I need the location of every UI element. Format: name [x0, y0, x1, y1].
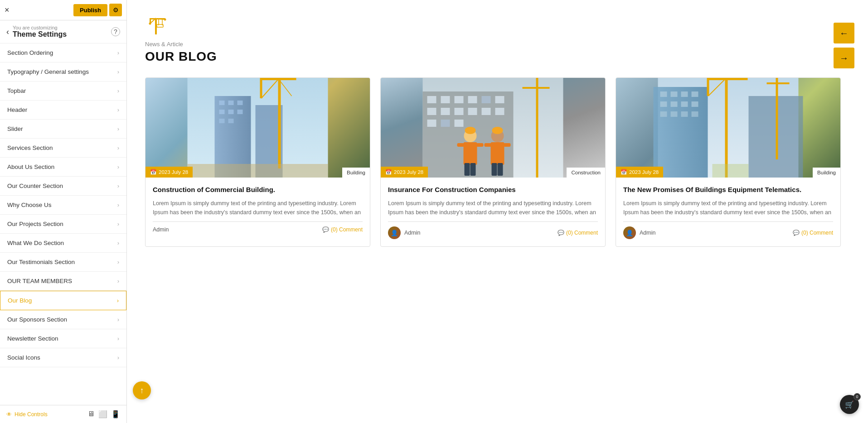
sidebar-nav: Section Ordering›Typography / General se…	[0, 43, 126, 405]
svg-rect-37	[455, 108, 464, 115]
nav-item-label: Our Testimonials Section	[7, 259, 75, 265]
comment-icon-1: 💬	[322, 226, 329, 233]
calendar-icon-2: 📅	[385, 169, 392, 175]
svg-point-45	[465, 127, 476, 134]
blog-header: News & Article OUR BLOG	[145, 14, 841, 64]
svg-rect-39	[482, 108, 491, 115]
svg-rect-41	[427, 120, 436, 127]
tablet-icon[interactable]: ⬜	[98, 410, 107, 418]
nav-item-label: Slider	[7, 125, 23, 132]
hide-controls-label: Hide Controls	[15, 411, 48, 418]
svg-rect-68	[671, 101, 678, 107]
cart-fab[interactable]: 🛒 0	[840, 395, 859, 414]
svg-rect-19	[219, 119, 225, 123]
nav-item-label: OUR TEAM MEMBERS	[7, 278, 72, 284]
blog-next-button[interactable]: →	[834, 48, 854, 68]
card-body-3: The New Promises Of Buildings Equipment …	[616, 178, 840, 246]
calendar-icon-3: 📅	[621, 169, 627, 175]
gear-button[interactable]: ⚙	[109, 4, 122, 16]
svg-rect-40	[495, 108, 504, 115]
back-button[interactable]: ‹	[6, 27, 9, 37]
card-meta-2: 📅 2023 July 28 Construction	[381, 167, 605, 178]
chevron-icon: ›	[117, 106, 119, 113]
customizing-label: You are customizing	[13, 25, 67, 30]
svg-rect-75	[725, 78, 728, 178]
sidebar-item-topbar[interactable]: Topbar›	[0, 82, 126, 101]
blog-subtitle: News & Article	[145, 41, 841, 48]
card-date-2: 📅 2023 July 28	[381, 167, 428, 178]
sidebar-item-section-ordering[interactable]: Section Ordering›	[0, 43, 126, 62]
nav-item-label: Services Section	[7, 144, 53, 151]
svg-rect-53	[491, 142, 504, 165]
sidebar-item-newsletter-section[interactable]: Newsletter Section›	[0, 329, 126, 348]
sidebar-item-slider[interactable]: Slider›	[0, 120, 126, 139]
svg-rect-32	[468, 96, 477, 103]
card-category-2: Construction	[567, 168, 605, 178]
blog-cards-row: 📅 2023 July 28 Building Construction of …	[145, 77, 841, 247]
chevron-icon: ›	[117, 144, 119, 151]
author-name-1: Admin	[153, 226, 169, 233]
hide-controls-button[interactable]: 👁 Hide Controls	[6, 411, 48, 418]
svg-rect-30	[441, 96, 450, 103]
sidebar-item-our-testimonials-section[interactable]: Our Testimonials Section›	[0, 253, 126, 272]
svg-rect-34	[495, 96, 504, 103]
card-footer-2: 👤 Admin 💬 (0) Comment	[388, 226, 598, 242]
blog-card[interactable]: 📅 2023 July 28 Building Construction of …	[145, 77, 370, 247]
blog-card[interactable]: 📅 2023 July 28 Construction Insurance Fo…	[380, 77, 606, 247]
comment-icon-2: 💬	[558, 230, 564, 236]
sidebar-item-our-counter-section[interactable]: Our Counter Section›	[0, 177, 126, 196]
svg-rect-47	[457, 143, 465, 147]
sidebar-item-typography[interactable]: Typography / General settings›	[0, 62, 126, 82]
sidebar-item-our-team-members[interactable]: OUR TEAM MEMBERS›	[0, 272, 126, 291]
crane-icon	[145, 14, 170, 38]
svg-rect-67	[660, 101, 667, 107]
svg-rect-71	[660, 111, 667, 117]
publish-button[interactable]: Publish	[73, 4, 107, 16]
svg-rect-55	[504, 143, 511, 147]
nav-item-label: Our Sponsors Section	[7, 316, 67, 323]
main-content: News & Article OUR BLOG ← →	[127, 0, 868, 423]
sidebar-item-our-projects-section[interactable]: Our Projects Section›	[0, 215, 126, 234]
svg-rect-38	[468, 108, 477, 115]
close-button[interactable]: ×	[5, 5, 10, 15]
help-button[interactable]: ?	[111, 27, 120, 36]
svg-rect-72	[671, 111, 678, 117]
sidebar-item-our-blog[interactable]: Our Blog›	[0, 291, 126, 310]
sidebar-item-about-us-section[interactable]: About Us Section›	[0, 158, 126, 177]
nav-item-label: Topbar	[7, 87, 26, 94]
desktop-icon[interactable]: 🖥	[87, 410, 95, 418]
svg-rect-76	[707, 78, 748, 80]
scroll-up-fab[interactable]: ↑	[133, 381, 151, 399]
sidebar-item-why-choose-us[interactable]: Why Choose Us›	[0, 196, 126, 215]
card-title-1: Construction of Commercial Building.	[153, 185, 363, 194]
card-footer-3: 👤 Admin 💬 (0) Comment	[623, 226, 833, 242]
card-category-3: Building	[813, 168, 840, 178]
svg-rect-77	[707, 80, 709, 96]
blog-main-title: OUR BLOG	[145, 49, 841, 64]
sidebar-item-services-section[interactable]: Services Section›	[0, 139, 126, 158]
nav-item-label: Social Icons	[7, 354, 40, 361]
sidebar-item-social-icons[interactable]: Social Icons›	[0, 348, 126, 367]
blog-card[interactable]: 📅 2023 July 28 Building The New Promises…	[616, 77, 841, 247]
chevron-icon: ›	[117, 297, 119, 304]
mobile-icon[interactable]: 📱	[111, 410, 120, 418]
blog-prev-button[interactable]: ←	[834, 23, 854, 43]
chevron-icon: ›	[117, 163, 119, 170]
sidebar-item-our-sponsors-section[interactable]: Our Sponsors Section›	[0, 310, 126, 329]
svg-rect-42	[441, 120, 450, 127]
cart-icon: 🛒	[845, 400, 854, 409]
card-title-3: The New Promises Of Buildings Equipment …	[623, 185, 833, 194]
svg-rect-13	[219, 101, 225, 105]
svg-rect-69	[681, 101, 688, 107]
sidebar-item-header[interactable]: Header›	[0, 101, 126, 120]
svg-rect-21	[278, 78, 281, 168]
chevron-icon: ›	[117, 202, 119, 208]
svg-rect-79	[776, 78, 778, 159]
chevron-icon: ›	[117, 335, 119, 342]
calendar-icon-1: 📅	[150, 169, 156, 175]
svg-point-4	[149, 23, 151, 25]
nav-item-label: Our Projects Section	[7, 221, 63, 227]
sidebar-item-what-we-do-section[interactable]: What We Do Section›	[0, 234, 126, 253]
svg-rect-80	[767, 82, 790, 84]
card-image-3	[616, 78, 840, 178]
